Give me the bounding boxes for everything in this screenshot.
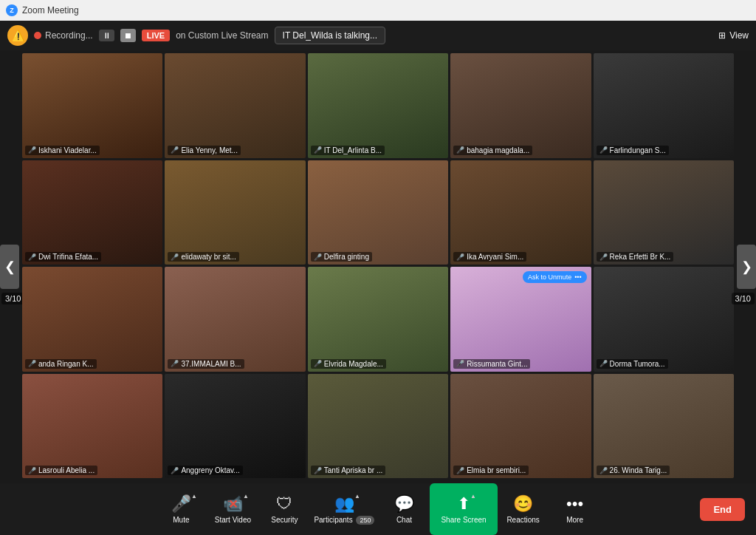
recording-text: Recording... [45, 30, 93, 41]
mic-muted-icon-9: 🎤 [599, 253, 608, 261]
participant-name-6: 🎤 elidawaty br sit... [168, 252, 238, 262]
video-tile-14[interactable]: 🎤 Dorma Tumora... [594, 267, 734, 372]
participant-name-17: 🎤 Tanti Apriska br ... [311, 466, 385, 475]
participant-name-11: 🎤 37.IMMALAMI B... [168, 359, 244, 369]
participant-name-14: 🎤 Dorma Tumora... [597, 359, 668, 369]
more-icon: ••• [566, 494, 583, 514]
video-tile-11[interactable]: 🎤 37.IMMALAMI B... [165, 267, 305, 372]
more-button[interactable]: ••• More [549, 483, 601, 535]
microphone-icon: 🎤 ▲ [171, 494, 191, 514]
video-tile-10[interactable]: 🎤 anda Ringan K... [22, 267, 162, 372]
video-caret[interactable]: ▲ [243, 493, 249, 500]
participants-label: Participants 250 [314, 516, 374, 524]
live-badge: LIVE [142, 30, 170, 41]
participant-name-13: 🎤 Rissumanta Gint... [453, 359, 530, 369]
mic-muted-icon-5: 🎤 [28, 253, 36, 261]
grid-icon: ⊞ [718, 30, 726, 41]
mic-muted-icon-16: 🎤 [171, 467, 179, 474]
video-tile-17[interactable]: 🎤 Tanti Apriska br ... [308, 374, 448, 479]
prev-page-button[interactable]: ❮ [0, 245, 19, 289]
participant-name-3: 🎤 bahagia magdala... [453, 146, 532, 155]
video-tile-12[interactable]: 🎤 Elvrida Magdale... [308, 267, 448, 372]
talking-indicator: IT Del_Wilda is talking... [275, 27, 386, 44]
mic-muted-icon-14: 🎤 [599, 360, 608, 367]
share-screen-button[interactable]: ⬆ ▲ Share Screen [430, 483, 497, 535]
ask-unmute-badge[interactable]: Ask to Unmute ••• [523, 271, 586, 283]
mic-muted-icon-17: 🎤 [314, 467, 322, 474]
security-label: Security [271, 516, 298, 524]
reactions-button[interactable]: 😊 Reactions [498, 483, 549, 535]
video-tile-15[interactable]: 🎤 Lasrouli Abelia ... [22, 374, 162, 479]
video-tile-3[interactable]: 🎤 bahagia magdala... [450, 53, 591, 158]
view-button[interactable]: ⊞ View [718, 30, 749, 41]
participant-name-4: 🎤 Farlindungan S... [597, 146, 669, 155]
share-screen-icon: ⬆ ▲ [457, 494, 470, 514]
video-tile-4[interactable]: 🎤 Farlindungan S... [594, 53, 734, 158]
video-tile-19[interactable]: 🎤 26. Winda Tarig... [594, 374, 734, 479]
mic-muted-icon-2: 🎤 [314, 146, 322, 154]
chat-label: Chat [396, 516, 412, 524]
security-warning-icon[interactable]: ⚠️ [7, 25, 28, 46]
mic-muted-icon-18: 🎤 [456, 467, 464, 474]
participant-name-10: 🎤 anda Ringan K... [25, 359, 97, 369]
video-tile-0[interactable]: 🎤 Iskhani Viadelar... [22, 53, 162, 158]
security-icon: 🛡 [276, 494, 292, 514]
mic-muted-icon-15: 🎤 [28, 467, 36, 474]
participant-name-5: 🎤 Dwi Trifina Efata... [25, 252, 101, 262]
more-label: More [566, 516, 583, 524]
mute-button[interactable]: 🎤 ▲ Mute [155, 483, 207, 535]
mic-muted-icon-4: 🎤 [599, 146, 608, 154]
reactions-icon: 😊 [513, 494, 533, 514]
participant-name-18: 🎤 Elmia br sembiri... [453, 466, 529, 475]
share-screen-label: Share Screen [441, 516, 486, 524]
video-tile-18[interactable]: 🎤 Elmia br sembiri... [450, 374, 591, 479]
participant-name-15: 🎤 Lasrouli Abelia ... [25, 466, 97, 475]
security-button[interactable]: 🛡 Security [258, 483, 310, 535]
titlebar-text: Zoom Meeting [22, 5, 79, 16]
zoom-icon: Z [6, 4, 18, 16]
mic-muted-icon-13: 🎤 [456, 360, 464, 367]
video-grid-area: ❮ 3/10 🎤 Iskhani Viadelar... 🎤 Elia Yenn… [0, 50, 756, 483]
mic-muted-icon-3: 🎤 [456, 146, 464, 154]
video-tile-16[interactable]: 🎤 Anggreny Oktav... [165, 374, 305, 479]
stop-recording-button[interactable]: ⏹ [120, 29, 136, 42]
mic-muted-icon-0: 🎤 [28, 146, 36, 154]
video-tile-5[interactable]: 🎤 Dwi Trifina Efata... [22, 160, 162, 265]
video-button[interactable]: 📹 ✕ ▲ Start Video [207, 483, 258, 535]
reactions-label: Reactions [506, 516, 539, 524]
participant-name-1: 🎤 Elia Yenny, Met... [168, 146, 241, 155]
mic-muted-icon-6: 🎤 [171, 253, 179, 261]
chat-button[interactable]: 💬 Chat [378, 483, 430, 535]
mute-caret[interactable]: ▲ [191, 493, 197, 500]
next-page-button[interactable]: ❯ [737, 245, 756, 289]
participants-caret[interactable]: ▲ [354, 493, 360, 500]
mic-muted-icon-1: 🎤 [171, 146, 179, 154]
video-tile-6[interactable]: 🎤 elidawaty br sit... [165, 160, 305, 265]
video-label: Start Video [215, 516, 251, 524]
video-tile-9[interactable]: 🎤 Reka Erfetti Br K... [594, 160, 734, 265]
video-tile-8[interactable]: 🎤 Ika Avryani Sim... [450, 160, 591, 265]
share-caret[interactable]: ▲ [470, 493, 476, 500]
participant-name-2: 🎤 IT Del_Arlinta B... [311, 146, 385, 155]
participant-count: 250 [356, 516, 374, 525]
participant-name-8: 🎤 Ika Avryani Sim... [453, 252, 526, 262]
chat-icon: 💬 [394, 494, 414, 514]
video-tile-1[interactable]: 🎤 Elia Yenny, Met... [165, 53, 305, 158]
video-tile-13[interactable]: Ask to Unmute ••• 🎤 Rissumanta Gint... [450, 267, 591, 372]
view-label: View [729, 30, 749, 41]
top-toolbar: ⚠️ Recording... ⏸ ⏹ LIVE on Custom Live … [0, 21, 756, 50]
video-tile-7[interactable]: 🎤 Delfira ginting [308, 160, 448, 265]
mic-muted-icon-8: 🎤 [456, 253, 464, 261]
participant-name-7: 🎤 Delfira ginting [311, 252, 372, 262]
end-meeting-button[interactable]: End [700, 498, 745, 521]
mute-label: Mute [173, 516, 189, 524]
more-dots-icon: ••• [574, 273, 581, 281]
page-indicator-left: 3/10 [1, 293, 24, 304]
recording-dot [34, 32, 41, 39]
video-tile-2[interactable]: 🎤 IT Del_Arlinta B... [308, 53, 448, 158]
pause-recording-button[interactable]: ⏸ [99, 30, 114, 41]
participants-icon: 👥 ▲ [334, 494, 354, 514]
titlebar: Z Zoom Meeting [0, 0, 756, 21]
mic-muted-icon-7: 🎤 [314, 253, 322, 261]
participants-button[interactable]: 👥 ▲ Participants 250 [310, 483, 378, 535]
